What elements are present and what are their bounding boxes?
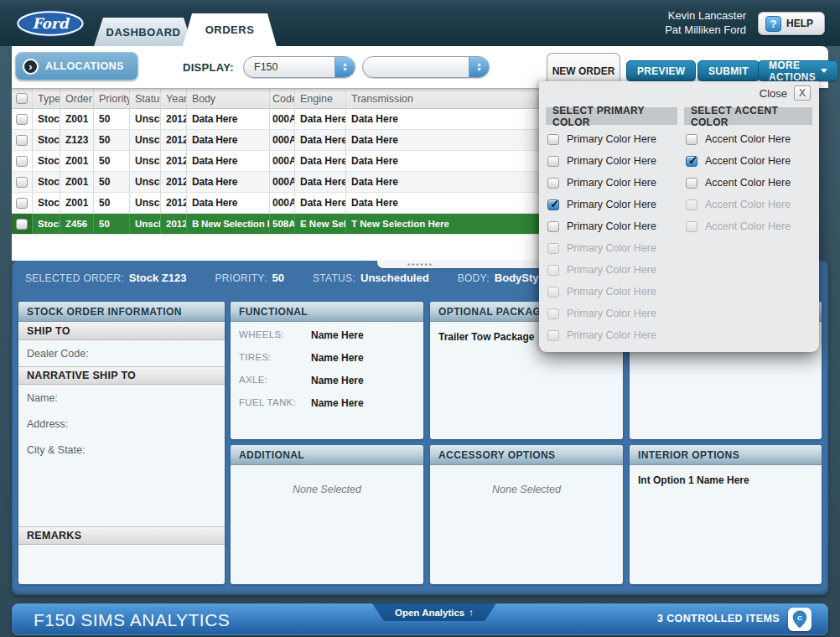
cell-order: Z001: [60, 109, 93, 129]
color-option[interactable]: Accent Color Here: [686, 215, 813, 237]
user-name: Kevin Lancaster: [665, 8, 746, 23]
cell-year: 2012: [160, 214, 186, 234]
checkbox[interactable]: [686, 178, 697, 189]
header-checkbox-cell: [12, 89, 32, 108]
row-checkbox-cell: [12, 109, 32, 129]
row-checkbox[interactable]: [16, 198, 28, 209]
color-option[interactable]: Primary Color Here: [547, 281, 678, 303]
checkbox[interactable]: [686, 156, 697, 167]
panel-accessory-options: ACCESSORY OPTIONS None Selected: [430, 445, 623, 584]
color-option[interactable]: Primary Color Here: [547, 215, 678, 237]
svg-text:Ford: Ford: [32, 15, 70, 32]
color-option[interactable]: Primary Color Here: [547, 172, 678, 194]
row-checkbox[interactable]: [16, 177, 28, 188]
cell-transmission: Data Here: [345, 151, 535, 171]
table-row[interactable]: Stock Z123 50 Unsch 2012 Data Here 000A …: [12, 130, 552, 151]
open-analytics-tab[interactable]: Open Analytics ↑: [372, 603, 496, 621]
table-row[interactable]: Stock Z001 50 Unsch 2012 Data Here 000A …: [12, 151, 552, 172]
color-select-panel: Close X SELECT PRIMARY COLOR SELECT ACCE…: [539, 81, 819, 352]
splitter-handle[interactable]: ••••••: [377, 261, 552, 268]
panel-stock-order-information: STOCK ORDER INFORMATION SHIP TO Dealer C…: [18, 302, 225, 584]
checkbox[interactable]: [547, 134, 559, 145]
color-option[interactable]: Accent Color Here: [686, 172, 813, 194]
priority-value: 50: [272, 272, 284, 284]
checkbox[interactable]: [686, 199, 697, 210]
color-option-label: Accent Color Here: [705, 199, 791, 210]
table-row[interactable]: Stock Z456 50 Unsch 2012 B New Selection…: [12, 214, 552, 235]
row-checkbox[interactable]: [16, 135, 28, 146]
row-checkbox[interactable]: [16, 156, 28, 167]
preview-button[interactable]: PREVIEW: [626, 60, 696, 81]
spec-row: WHEELS: Name Here: [231, 322, 423, 344]
column-header-engine[interactable]: Engine: [294, 89, 345, 108]
column-header-priority[interactable]: Priority: [93, 89, 129, 108]
table-row[interactable]: Stock Z001 50 Unsch 2012 Data Here 000A …: [12, 193, 552, 214]
model-select[interactable]: F150 ▲▼: [243, 56, 355, 78]
color-option-label: Primary Color Here: [567, 242, 656, 254]
color-option[interactable]: Primary Color Here: [547, 259, 678, 281]
panel-title: ADDITIONAL: [231, 445, 423, 465]
row-checkbox[interactable]: [16, 114, 28, 125]
color-option[interactable]: Accent Color Here: [686, 150, 813, 172]
color-option[interactable]: Primary Color Here: [547, 194, 678, 215]
select-all-checkbox[interactable]: [16, 93, 28, 104]
preview-label: PREVIEW: [637, 65, 685, 77]
footer-bar: F150 SIMS ANALYTICS Open Analytics ↑ 3 C…: [12, 603, 828, 635]
help-button[interactable]: ? HELP: [758, 12, 825, 35]
more-actions-button[interactable]: MORE ACTIONS: [758, 60, 838, 81]
allocations-button[interactable]: › ALLOCATIONS: [15, 52, 138, 80]
priority-label: PRIORITY:: [215, 272, 267, 284]
cell-engine: Data Here: [294, 193, 345, 213]
checkbox[interactable]: [686, 134, 697, 145]
cell-year: 2012: [160, 193, 186, 213]
checkbox[interactable]: [547, 156, 559, 167]
cell-priority: 50: [93, 130, 129, 150]
cell-engine: Data Here: [294, 130, 345, 150]
checkbox[interactable]: [547, 221, 559, 232]
column-header-type[interactable]: Type: [32, 89, 60, 108]
cell-priority: 50: [93, 172, 129, 192]
model-select-value: F150: [244, 61, 334, 73]
checkbox[interactable]: [547, 330, 559, 341]
close-button[interactable]: X: [794, 85, 811, 101]
cell-body: Data Here: [186, 193, 269, 213]
chevron-right-icon: ›: [23, 59, 39, 75]
checkbox[interactable]: [547, 265, 559, 276]
checkbox[interactable]: [547, 199, 559, 210]
checkbox[interactable]: [686, 221, 697, 232]
column-header-order[interactable]: Order: [60, 89, 93, 108]
controlled-items-label: 3 CONTROLLED ITEMS: [657, 613, 780, 624]
more-actions-label: MORE ACTIONS: [769, 60, 816, 83]
cell-transmission: Data Here: [345, 130, 535, 150]
tab-orders-label: ORDERS: [205, 23, 255, 36]
column-header-year[interactable]: Year: [160, 89, 186, 108]
tab-dashboard[interactable]: DASHBOARD: [94, 18, 193, 46]
column-header-body[interactable]: Body: [186, 89, 269, 108]
color-option[interactable]: Primary Color Here: [547, 128, 678, 150]
row-checkbox[interactable]: [16, 219, 28, 230]
checkbox[interactable]: [547, 178, 559, 189]
color-option[interactable]: Primary Color Here: [547, 324, 678, 346]
color-option[interactable]: Primary Color Here: [547, 303, 678, 324]
cell-transmission: T New Selection Here: [345, 214, 535, 234]
cell-order: Z456: [60, 214, 93, 234]
checkbox[interactable]: [547, 308, 559, 319]
top-bar: Ford DASHBOARD ORDERS Kevin Lancaster Pa…: [0, 0, 840, 46]
checkbox[interactable]: [547, 287, 559, 298]
cell-priority: 50: [93, 151, 129, 171]
column-header-transmission[interactable]: Transmission: [345, 89, 535, 108]
map-pin-icon[interactable]: C: [788, 608, 811, 631]
color-option[interactable]: Accent Color Here: [686, 194, 813, 215]
tab-orders[interactable]: ORDERS: [183, 13, 277, 46]
secondary-select[interactable]: ▲▼: [362, 56, 490, 78]
table-row[interactable]: Stock Z001 50 Unsch 2012 Data Here 000A …: [12, 172, 552, 193]
color-option[interactable]: Primary Color Here: [547, 150, 678, 172]
checkbox[interactable]: [547, 243, 559, 254]
color-option[interactable]: Primary Color Here: [547, 237, 678, 259]
cell-body: B New Selection Here: [186, 214, 269, 234]
submit-button[interactable]: SUBMIT: [697, 60, 760, 81]
column-header-status[interactable]: Status: [129, 89, 160, 108]
color-option[interactable]: Accent Color Here: [686, 128, 813, 150]
column-header-code[interactable]: Code: [269, 89, 294, 108]
table-row[interactable]: Stock Z001 50 Unsch 2012 Data Here 000A …: [12, 109, 552, 130]
